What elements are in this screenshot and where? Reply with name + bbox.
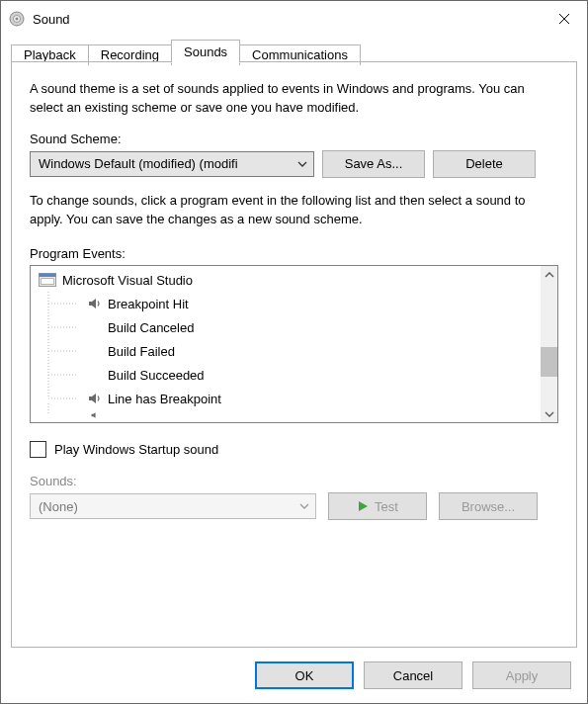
speaker-icon (86, 297, 104, 310)
tree-connector (31, 403, 86, 422)
ok-button[interactable]: OK (255, 661, 354, 689)
no-sound-icon (86, 368, 104, 382)
change-sounds-description: To change sounds, click a program event … (30, 192, 558, 229)
tree-item-label: Build Failed (108, 344, 175, 359)
tree-root-label: Microsoft Visual Studio (62, 273, 193, 288)
sound-scheme-label: Sound Scheme: (30, 132, 558, 146)
sounds-row: (None) Test Browse... (30, 492, 558, 520)
scroll-thumb[interactable] (541, 347, 557, 377)
tree-connector (31, 292, 86, 315)
tab-bar: Playback Recording Sounds Communications (1, 37, 587, 62)
tree-item[interactable]: Line has Breakpoint (31, 387, 541, 410)
tab-playback[interactable]: Playback (11, 44, 89, 65)
tab-communications[interactable]: Communications (239, 44, 361, 65)
speaker-icon (86, 411, 104, 419)
browse-button[interactable]: Browse... (439, 492, 538, 520)
startup-sound-row: Play Windows Startup sound (30, 441, 558, 458)
no-sound-icon (86, 320, 104, 334)
sound-dialog: Sound Playback Recording Sounds Communic… (0, 0, 588, 704)
program-events-items: Microsoft Visual Studio Breakpoint HitBu… (31, 266, 541, 422)
tree-connector (31, 315, 86, 339)
speaker-app-icon (9, 11, 25, 27)
sound-scheme-row: Windows Default (modified) (modifi Save … (30, 150, 558, 178)
tree-item-label: Line has Breakpoint (108, 392, 221, 406)
test-button-label: Test (375, 499, 398, 514)
tab-sounds[interactable]: Sounds (171, 40, 240, 63)
svg-rect-5 (42, 279, 54, 285)
scrollbar[interactable] (541, 266, 557, 422)
cancel-button[interactable]: Cancel (364, 661, 462, 689)
play-icon (357, 500, 369, 512)
program-events-list[interactable]: Microsoft Visual Studio Breakpoint HitBu… (30, 265, 558, 423)
sound-scheme-dropdown[interactable]: Windows Default (modified) (modifi (30, 151, 314, 177)
startup-sound-label: Play Windows Startup sound (54, 442, 218, 457)
speaker-icon (86, 392, 104, 405)
svg-rect-4 (40, 274, 56, 278)
chevron-down-icon (297, 159, 307, 169)
tree-item-label: Build Succeeded (108, 368, 205, 383)
tree-item-label: Build Canceled (108, 320, 194, 335)
tree-item[interactable]: Build Succeeded (31, 363, 541, 387)
tree-root[interactable]: Microsoft Visual Studio (31, 268, 541, 292)
tree-item[interactable]: Build Canceled (31, 315, 541, 339)
delete-button[interactable]: Delete (433, 150, 536, 178)
chevron-down-icon (299, 501, 309, 511)
sounds-panel: A sound theme is a set of sounds applied… (11, 62, 577, 648)
tree-item-label: Breakpoint Hit (108, 297, 189, 311)
tree-item[interactable]: Build Failed (31, 339, 541, 363)
tree-item-partial (31, 410, 541, 420)
window-title: Sound (33, 12, 542, 27)
startup-sound-checkbox[interactable] (30, 441, 46, 458)
theme-description: A sound theme is a set of sounds applied… (30, 80, 558, 118)
close-button[interactable] (542, 1, 587, 37)
dialog-footer: OK Cancel Apply (1, 648, 587, 703)
test-button[interactable]: Test (328, 492, 427, 520)
program-icon (37, 273, 58, 287)
titlebar: Sound (1, 1, 587, 37)
tree-connector (31, 339, 86, 363)
scroll-track[interactable] (541, 283, 557, 405)
sounds-dropdown[interactable]: (None) (30, 493, 316, 519)
program-events-label: Program Events: (30, 246, 558, 261)
scroll-down-button[interactable] (541, 405, 557, 422)
sounds-label: Sounds: (30, 474, 558, 488)
no-sound-icon (86, 344, 104, 358)
scroll-up-button[interactable] (541, 266, 557, 283)
sounds-value: (None) (39, 499, 295, 514)
save-as-button[interactable]: Save As... (322, 150, 425, 178)
tree-item[interactable]: Breakpoint Hit (31, 292, 541, 315)
svg-point-2 (16, 18, 19, 21)
apply-button[interactable]: Apply (472, 661, 571, 689)
sound-scheme-value: Windows Default (modified) (modifi (39, 156, 294, 171)
tab-recording[interactable]: Recording (88, 44, 172, 65)
tree-connector (31, 363, 86, 387)
